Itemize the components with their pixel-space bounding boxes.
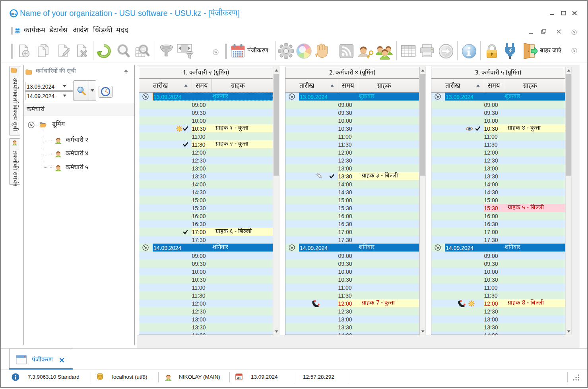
svg-text:usu: usu bbox=[16, 29, 20, 32]
svg-text:usu: usu bbox=[11, 12, 16, 15]
svg-text:31: 31 bbox=[237, 376, 241, 380]
